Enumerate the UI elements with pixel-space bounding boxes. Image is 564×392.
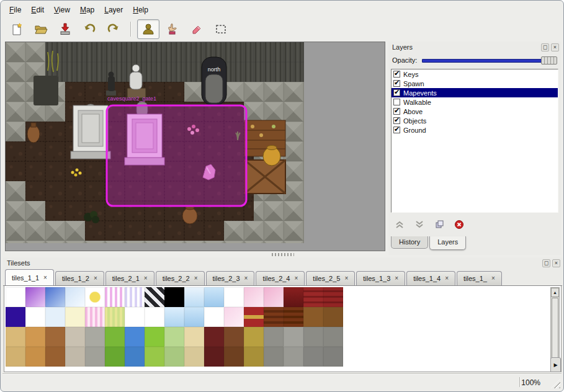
palette-tile[interactable] <box>284 327 303 347</box>
palette-tile[interactable] <box>303 307 323 327</box>
palette-tile[interactable] <box>45 287 65 307</box>
scrollbar-thumb[interactable] <box>552 298 558 360</box>
palette-tile[interactable] <box>6 287 25 307</box>
palette-tile[interactable] <box>25 307 45 327</box>
menu-file[interactable]: File <box>4 4 26 16</box>
tab-close-icon[interactable]: × <box>491 275 495 282</box>
layer-row-spawn[interactable]: ✔ Spawn <box>392 79 558 88</box>
palette-tile[interactable] <box>105 327 125 347</box>
tab-close-icon[interactable]: × <box>194 275 198 282</box>
palette-tile[interactable] <box>264 347 284 367</box>
palette-tile[interactable] <box>264 307 284 327</box>
layer-checkbox[interactable]: ✔ <box>393 80 400 87</box>
layer-checkbox[interactable]: ✔ <box>393 89 400 96</box>
tab-close-icon[interactable]: × <box>43 275 47 281</box>
layer-row-keys[interactable]: ✔ Keys <box>392 69 558 79</box>
scroll-up-button[interactable]: ▲ <box>551 288 559 297</box>
palette-tile[interactable] <box>164 347 184 367</box>
palette-tile[interactable] <box>125 307 145 327</box>
layer-row-walkable[interactable]: ✔ Walkable <box>392 97 558 107</box>
hand-tool-button[interactable] <box>161 19 184 39</box>
tileset-tab[interactable]: tiles_2_1× <box>105 271 154 285</box>
tab-close-icon[interactable]: × <box>445 275 449 282</box>
palette-tile[interactable] <box>224 347 244 367</box>
palette-tile[interactable] <box>323 347 343 367</box>
tileset-tab[interactable]: tiles_2_2× <box>156 271 205 285</box>
palette-tile[interactable] <box>244 347 264 367</box>
palette-tile[interactable] <box>145 307 164 327</box>
tab-layers[interactable]: Layers <box>429 236 466 250</box>
tab-scroll-right-button[interactable]: ▶ <box>550 357 561 372</box>
menu-layer[interactable]: Layer <box>99 4 128 16</box>
marquee-select-button[interactable] <box>210 19 232 39</box>
tilesets-float-button[interactable]: ◻ <box>542 259 550 267</box>
tab-close-icon[interactable]: × <box>395 275 398 282</box>
layer-row-ground[interactable]: ✔ Ground <box>392 125 558 135</box>
palette-tile[interactable] <box>204 347 224 367</box>
palette-tile[interactable] <box>25 347 45 367</box>
tileset-tab[interactable]: tiles_2_4× <box>256 271 305 285</box>
palette-tile[interactable] <box>224 307 244 327</box>
palette-tile[interactable] <box>6 347 25 367</box>
palette-tile[interactable] <box>224 287 244 307</box>
palette-tile[interactable] <box>105 287 125 307</box>
layers-float-button[interactable]: ◻ <box>541 43 549 51</box>
tab-close-icon[interactable]: × <box>344 275 348 282</box>
menu-help[interactable]: Help <box>128 4 153 16</box>
layer-checkbox[interactable]: ✔ <box>393 117 400 124</box>
palette-tile[interactable] <box>303 287 323 307</box>
palette-tile[interactable] <box>164 307 184 327</box>
save-button[interactable] <box>54 19 76 39</box>
tileset-tab[interactable]: tiles_1_4× <box>406 271 455 285</box>
palette-tile[interactable] <box>6 307 25 327</box>
palette-tile[interactable] <box>244 287 264 307</box>
layer-duplicate-button[interactable] <box>433 218 445 231</box>
palette-tile[interactable] <box>45 307 65 327</box>
palette-tile[interactable] <box>65 287 85 307</box>
open-button[interactable] <box>30 19 52 39</box>
opacity-slider[interactable] <box>422 56 557 65</box>
tilesets-close-button[interactable]: × <box>552 259 560 267</box>
palette-tile[interactable] <box>244 327 264 347</box>
palette-tile[interactable] <box>204 307 224 327</box>
palette-tile[interactable] <box>323 287 343 307</box>
palette-tile[interactable] <box>184 327 204 347</box>
palette-tile[interactable] <box>145 327 164 347</box>
palette-tile[interactable] <box>25 327 45 347</box>
layer-checkbox[interactable]: ✔ <box>393 127 400 133</box>
tileset-tab[interactable]: tiles_2_3× <box>206 271 255 285</box>
palette-tile[interactable] <box>45 327 65 347</box>
layer-row-above[interactable]: ✔ Above <box>392 107 558 116</box>
palette-tile[interactable] <box>224 327 244 347</box>
tileset-palette[interactable] <box>6 287 343 367</box>
tab-history[interactable]: History <box>391 236 428 249</box>
palette-tile[interactable] <box>284 347 303 367</box>
palette-tile[interactable] <box>85 287 105 307</box>
tileset-tab[interactable]: tiles_1_2× <box>55 271 104 285</box>
new-file-button[interactable] <box>6 19 28 39</box>
palette-tile[interactable] <box>204 287 224 307</box>
tileset-tab[interactable]: tiles_1_× <box>457 271 502 285</box>
layer-move-up-button[interactable] <box>393 218 406 231</box>
palette-tile[interactable] <box>284 287 303 307</box>
palette-tile[interactable] <box>264 287 284 307</box>
palette-tile[interactable] <box>85 327 105 347</box>
layer-checkbox[interactable]: ✔ <box>393 108 400 115</box>
layer-delete-button[interactable] <box>453 218 465 231</box>
palette-tile[interactable] <box>323 327 343 347</box>
tileset-tab[interactable]: tiles_1_1× <box>5 269 54 286</box>
selection-rectangle[interactable] <box>107 105 246 206</box>
redo-button[interactable] <box>102 19 125 39</box>
palette-tile[interactable] <box>25 287 45 307</box>
tab-close-icon[interactable]: × <box>295 275 298 282</box>
palette-tile[interactable] <box>164 287 184 307</box>
palette-tile[interactable] <box>125 327 145 347</box>
palette-tile[interactable] <box>303 327 323 347</box>
layer-checkbox[interactable]: ✔ <box>393 99 400 105</box>
palette-tile[interactable] <box>125 287 145 307</box>
layer-row-objects[interactable]: ✔ Objects <box>392 116 558 125</box>
resize-grip[interactable] <box>551 379 560 388</box>
eraser-tool-button[interactable] <box>186 19 208 39</box>
tileset-tab[interactable]: tiles_1_3× <box>356 271 405 285</box>
menu-map[interactable]: Map <box>75 4 99 16</box>
